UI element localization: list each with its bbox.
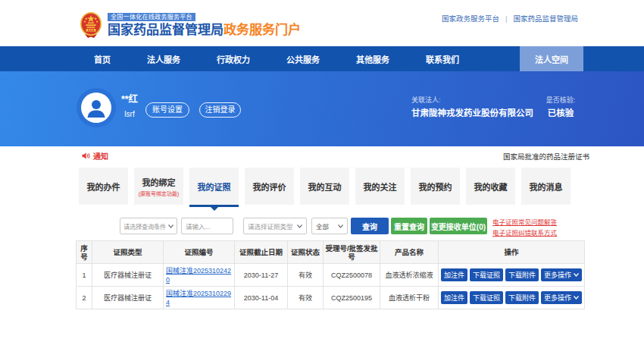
download-attachment-button[interactable]: 下载附件	[505, 268, 539, 281]
cell-expiry: 2030-11-04	[235, 287, 288, 309]
keyword-input[interactable]: 请输入...	[181, 218, 233, 234]
cell-type: 医疗器械注册证	[92, 287, 164, 309]
nav-items: 首页 法人服务 行政权力 公共服务 其他服务 联系我们	[76, 46, 477, 71]
header-number: 证照编号	[164, 241, 235, 264]
link-national-platform[interactable]: 国家政务服务平台	[442, 13, 499, 24]
tab-my-evaluations[interactable]: 我的评价	[245, 168, 294, 205]
cell-operations: 加注件 下载证照 下载附件 更多操作	[439, 287, 585, 309]
main-nav: 首页 法人服务 行政权力 公共服务 其他服务 联系我们 法人空间	[0, 46, 644, 71]
header-expiry: 证照截止日期	[235, 241, 288, 264]
brand-text: 全国一体化在线政务服务平台 国家药品监督管理局政务服务门户	[108, 13, 301, 38]
tab-my-applications[interactable]: 我的办件	[79, 168, 128, 205]
reset-button[interactable]: 重置查询	[391, 218, 427, 234]
certificate-type-select[interactable]: 请选择证照类型	[243, 218, 307, 234]
cell-operations: 加注件 下载证照 下载附件 更多操作	[439, 264, 585, 287]
logout-button[interactable]: 注销登录	[199, 102, 241, 118]
site-title-accent: 政务服务门户	[224, 23, 301, 37]
query-condition-select[interactable]: 请选择查询条件	[120, 218, 177, 234]
cell-acceptance: CQZ2500195	[324, 287, 380, 309]
site-brand: 全国一体化在线政务服务平台 国家药品监督管理局政务服务门户	[80, 11, 301, 39]
tab-label: 我的互动	[308, 180, 342, 193]
download-attachment-button[interactable]: 下载附件	[505, 291, 539, 304]
status-select[interactable]: 全部	[311, 218, 348, 234]
verify-value: 已核验	[541, 108, 580, 118]
site-title: 国家药品监督管理局政务服务门户	[108, 23, 301, 38]
notice-bar: 通知 国家局批准的药品注册证书	[76, 146, 589, 165]
header-type: 证照类型	[92, 241, 164, 264]
control-value-text: 请选择证照类型	[248, 221, 297, 231]
notice-marquee-text[interactable]: 国家局批准的药品注册证书	[503, 151, 589, 162]
tab-label: 我的收藏	[474, 180, 508, 193]
nav-item-other-services[interactable]: 其他服务	[338, 46, 408, 71]
cell-status: 有效	[288, 287, 324, 309]
chevron-down-icon	[574, 273, 579, 277]
more-actions-button[interactable]: 更多操作	[541, 291, 582, 304]
nav-item-contact-us[interactable]: 联系我们	[408, 46, 477, 71]
more-actions-label: 更多操作	[544, 293, 571, 303]
chevron-down-icon	[168, 224, 174, 228]
user-masked-name: **红	[117, 94, 142, 105]
change-receiver-button[interactable]: 变更接收单位(0)	[430, 218, 487, 234]
user-account-id: lsrf	[117, 110, 142, 119]
tab-my-favorites[interactable]: 我的收藏	[466, 168, 515, 205]
cell-expiry: 2030-11-27	[235, 264, 288, 287]
user-banner: **红 lsrf 账号设置 注销登录 关联法人: 甘肃陇神戎发药业股份有限公司 …	[0, 71, 644, 146]
nav-item-public-services[interactable]: 公共服务	[268, 46, 338, 71]
header-acceptance: 受理号/批签发批号	[324, 241, 380, 264]
faq-link[interactable]: 电子证照常见问题解答	[492, 218, 557, 226]
related-legal-value: 甘肃陇神戎发药业股份有限公司	[411, 108, 533, 118]
notice-label-group: 通知	[82, 150, 108, 162]
link-separator: |	[505, 14, 507, 23]
tab-my-messages[interactable]: 我的消息	[521, 168, 571, 205]
link-nmpa[interactable]: 国家药品监督管理局	[513, 13, 578, 24]
nav-item-home[interactable]: 首页	[76, 46, 129, 71]
platform-badge: 全国一体化在线政务服务平台	[108, 13, 195, 21]
account-settings-button[interactable]: 账号设置	[145, 102, 189, 118]
tab-my-follows[interactable]: 我的关注	[355, 168, 405, 205]
cell-index: 2	[77, 287, 92, 309]
chevron-down-icon	[297, 224, 302, 228]
header-operations: 操作	[439, 241, 585, 264]
active-tab-caret	[211, 207, 218, 211]
related-legal-block: 关联法人: 甘肃陇神戎发药业股份有限公司	[411, 96, 533, 118]
cell-product: 血液透析干粉	[380, 287, 439, 309]
tab-label: 我的评价	[253, 180, 286, 193]
header-product: 产品名称	[380, 241, 439, 264]
tab-my-binding-subtitle: (原账号绑定功能)	[139, 190, 180, 197]
tab-label: 我的证照	[198, 180, 231, 193]
download-certificate-button[interactable]: 下载证照	[470, 291, 503, 304]
add-note-button[interactable]: 加注件	[441, 268, 467, 281]
cell-index: 1	[77, 264, 92, 287]
certificate-number-link[interactable]: 国械注准20253102294	[166, 290, 231, 306]
control-value-text: 请输入...	[186, 221, 229, 231]
cell-number: 国械注准20253102294	[164, 287, 235, 309]
verify-label: 是否核验:	[541, 96, 580, 105]
top-header: 全国一体化在线政务服务平台 国家药品监督管理局政务服务门户 国家政务服务平台 |…	[0, 0, 644, 46]
cell-acceptance: CQZ2500078	[324, 264, 380, 287]
cell-product: 血液透析浓缩液	[380, 264, 439, 287]
chevron-down-icon	[338, 224, 343, 228]
more-actions-label: 更多操作	[544, 270, 571, 280]
notice-label: 通知	[93, 150, 108, 162]
table-row: 2 医疗器械注册证 国械注准20253102294 2030-11-04 有效 …	[77, 287, 585, 309]
tab-my-certificates[interactable]: 我的证照	[189, 168, 239, 205]
control-value-text: 请选择查询条件	[123, 221, 168, 231]
speaker-icon	[82, 152, 90, 160]
nav-item-legal-services[interactable]: 法人服务	[129, 46, 199, 71]
tab-my-interactions[interactable]: 我的互动	[300, 168, 349, 205]
nav-item-admin-power[interactable]: 行政权力	[199, 46, 268, 71]
control-value-text: 全部	[316, 221, 338, 231]
page: 全国一体化在线政务服务平台 国家药品监督管理局政务服务门户 国家政务服务平台 |…	[0, 0, 644, 364]
search-button[interactable]: 查询	[351, 218, 389, 234]
legal-space-button[interactable]: 法人空间	[520, 46, 583, 71]
contact-link[interactable]: 电子证照纠错联系方式	[492, 229, 557, 237]
tab-label: 我的预约	[419, 180, 452, 193]
download-certificate-button[interactable]: 下载证照	[470, 268, 503, 281]
national-emblem-icon	[80, 11, 102, 39]
tab-my-reservations[interactable]: 我的预约	[411, 168, 460, 205]
tab-my-binding[interactable]: 我的绑定 (原账号绑定功能)	[134, 168, 183, 205]
certificate-number-link[interactable]: 国械注准20253102420	[166, 267, 231, 284]
more-actions-button[interactable]: 更多操作	[541, 268, 582, 281]
chevron-down-icon	[574, 296, 579, 300]
add-note-button[interactable]: 加注件	[441, 291, 467, 304]
